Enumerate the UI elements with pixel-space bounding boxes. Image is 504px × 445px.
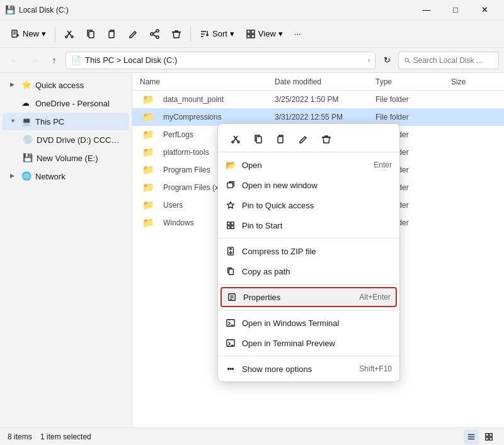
view-button[interactable]: View ▾ (241, 24, 288, 44)
ctx-cut-button[interactable] (226, 129, 246, 149)
ctx-open-item[interactable]: 📂 Open Enter (218, 155, 399, 175)
svg-rect-40 (229, 269, 233, 275)
ctx-open-terminal-item[interactable]: Open in Windows Terminal (218, 313, 399, 333)
header-date: Date modified (272, 77, 373, 86)
ctx-copy-path-label: Copy as path (242, 267, 392, 276)
ctx-compress-zip-item[interactable]: Compress to ZIP file (218, 241, 399, 261)
copy-button[interactable] (81, 24, 101, 44)
file-name: data_mount_point (161, 95, 226, 104)
ctx-pin-quick-access-item[interactable]: Pin to Quick access (218, 195, 399, 215)
svg-point-7 (66, 36, 67, 38)
ctx-cut-icon (231, 134, 241, 144)
svg-point-50 (230, 368, 231, 369)
toolbar: New ▾ Sort ▾ View ▾ ··· (0, 20, 504, 48)
cut-icon (64, 29, 74, 39)
ctx-paste-button[interactable] (271, 129, 291, 149)
close-button[interactable]: ✕ (470, 0, 499, 20)
maximize-button[interactable]: □ (441, 0, 470, 20)
file-date-selected: 3/31/2022 12:55 PM (272, 113, 373, 121)
svg-point-11 (156, 30, 159, 32)
file-name-3: PerfLogs (161, 130, 196, 139)
ctx-open-shortcut: Enter (374, 161, 392, 169)
address-bar[interactable]: 📄 This PC > Local Disk (C:) › (66, 52, 375, 69)
sidebar-item-network[interactable]: ▶ 🌐 Network (3, 167, 129, 185)
file-list-header: Name Date modified Type Size (132, 73, 504, 91)
ctx-open-terminal-preview-icon (226, 338, 236, 348)
file-row[interactable]: 📁 data_mount_point 3/25/2022 1:50 PM Fil… (132, 91, 504, 108)
ctx-delete-button[interactable] (316, 129, 336, 149)
ctx-open-terminal-label: Open in Windows Terminal (242, 318, 392, 328)
list-view-button[interactable] (464, 429, 479, 444)
ctx-open-terminal-preview-item[interactable]: Open in Terminal Preview (218, 333, 399, 353)
search-input[interactable] (413, 56, 493, 65)
back-button[interactable]: ← (5, 52, 23, 69)
grid-view-button[interactable] (481, 429, 496, 444)
selected-count: 1 item selected (40, 432, 91, 441)
file-name-5: Program Files (161, 166, 213, 174)
refresh-button[interactable]: ↻ (378, 52, 396, 69)
file-type: File folder (373, 95, 449, 104)
ctx-pin-start-item[interactable]: Pin to Start (218, 215, 399, 235)
ctx-pin-quick-access-icon (226, 200, 236, 210)
svg-line-14 (153, 31, 156, 33)
expand-icon-onedrive (10, 99, 18, 107)
ctx-open-new-window-label: Open in new window (242, 181, 392, 190)
svg-point-28 (238, 141, 239, 143)
delete-button[interactable] (166, 24, 186, 44)
expand-icon: ▶ (10, 81, 18, 89)
share-button[interactable] (145, 24, 165, 44)
sidebar-item-new-volume[interactable]: 💾 New Volume (E:) (3, 149, 129, 167)
sidebar-item-onedrive[interactable]: ☁ OneDrive - Personal (3, 94, 129, 112)
navigation-bar: ← → ↑ 📄 This PC > Local Disk (C:) › ↻ (0, 48, 504, 73)
up-button[interactable]: ↑ (45, 52, 63, 69)
new-chevron: ▾ (42, 29, 46, 38)
window-icon: 💾 (5, 5, 15, 15)
onedrive-icon: ☁ (21, 98, 32, 108)
svg-rect-35 (231, 226, 234, 228)
file-name-7: Users (161, 201, 185, 210)
file-name-4: platform-tools (161, 148, 212, 157)
ctx-paste-icon (276, 134, 286, 144)
ctx-rename-button[interactable] (294, 129, 314, 149)
cut-button[interactable] (59, 24, 79, 44)
svg-rect-22 (251, 35, 255, 38)
sidebar-item-this-pc[interactable]: ▼ 💻 This PC (3, 113, 129, 130)
address-icon: 📄 (71, 55, 81, 65)
sidebar-item-dvd-drive[interactable]: 💿 DVD Drive (D:) CCCOMA_X64FR (3, 131, 129, 149)
file-area: Name Date modified Type Size 📁 data_moun… (132, 73, 504, 427)
sort-icon (200, 29, 210, 39)
folder-icon-selected: 📁 (140, 111, 157, 123)
header-size: Size (449, 77, 499, 86)
minimize-button[interactable]: — (412, 0, 441, 20)
rename-icon (129, 29, 139, 39)
new-button[interactable]: New ▾ (5, 24, 51, 44)
sort-button[interactable]: Sort ▾ (195, 24, 239, 44)
paste-button[interactable] (102, 24, 122, 44)
rename-button[interactable] (123, 24, 144, 44)
svg-rect-9 (89, 31, 94, 38)
ctx-pin-start-icon (226, 220, 236, 230)
ctx-delete-icon (321, 134, 331, 144)
ctx-pin-quick-access-label: Pin to Quick access (242, 201, 392, 210)
forward-button[interactable]: → (25, 52, 43, 69)
ctx-open-new-window-item[interactable]: Open in new window (218, 175, 399, 195)
ctx-properties-icon (227, 292, 237, 302)
ctx-properties-item[interactable]: Properties Alt+Enter (220, 287, 397, 307)
file-row-name: 📁 data_mount_point (137, 94, 272, 105)
svg-rect-19 (247, 30, 250, 33)
expand-icon-this-pc: ▼ (10, 118, 18, 125)
sidebar-item-quick-access[interactable]: ▶ ⭐ Quick access (3, 76, 129, 94)
ctx-copy-button[interactable] (248, 129, 268, 149)
ctx-show-more-icon (226, 364, 236, 374)
svg-rect-55 (486, 433, 488, 436)
ctx-sep-3 (218, 310, 399, 310)
ctx-show-more-item[interactable]: Show more options Shift+F10 (218, 359, 399, 379)
svg-point-12 (156, 36, 159, 38)
svg-rect-30 (278, 137, 283, 143)
svg-rect-31 (227, 183, 233, 188)
ctx-copy-path-item[interactable]: Copy as path (218, 261, 399, 281)
ctx-compress-zip-label: Compress to ZIP file (242, 247, 392, 256)
more-button[interactable]: ··· (289, 24, 306, 44)
ctx-pin-start-label: Pin to Start (242, 221, 392, 230)
ctx-rename-icon (299, 134, 309, 144)
